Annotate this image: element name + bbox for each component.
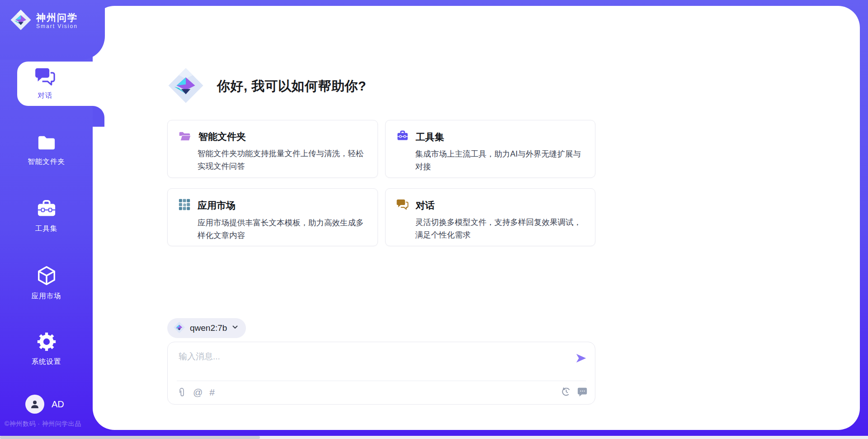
card-title: 应用市场 xyxy=(198,199,236,212)
brand-diamond-icon xyxy=(10,9,32,33)
gear-icon xyxy=(37,332,57,353)
toolbox-icon xyxy=(36,200,57,220)
card-title: 智能文件夹 xyxy=(198,130,246,143)
hash-icon[interactable]: # xyxy=(209,387,215,398)
brand-name: 神州问学 xyxy=(36,12,78,23)
sidebar-item-label: 对话 xyxy=(38,91,53,100)
sidebar-item-label: 应用市场 xyxy=(32,291,61,301)
cube-icon xyxy=(36,265,57,288)
user-chip[interactable]: AD xyxy=(25,395,64,414)
sidebar-item-settings[interactable]: 系统设置 xyxy=(0,332,93,367)
sidebar-item-label: 工具集 xyxy=(35,224,58,234)
sidebar-item-smart-folder[interactable]: 智能文件夹 xyxy=(0,134,93,167)
card-title: 工具集 xyxy=(416,131,444,143)
card-smart-folder[interactable]: 智能文件夹 智能文件夹功能支持批量文件上传与清洗，轻松实现文件问答 xyxy=(167,120,378,178)
folder-icon xyxy=(36,134,57,153)
card-chat[interactable]: 对话 灵活切换多模型文件，支持多样回复效果调试，满足个性化需求 xyxy=(385,188,596,246)
history-icon[interactable] xyxy=(561,387,571,397)
logo-diamond-icon xyxy=(167,67,204,106)
greeting-text: 你好, 我可以如何帮助你? xyxy=(217,77,366,95)
sidebar-footer-text: ©神州数码 · 神州问学出品 xyxy=(5,420,93,428)
card-description: 应用市场提供丰富长文本模板，助力高效生成多样化文章内容 xyxy=(198,216,367,242)
card-toolbox[interactable]: 工具集 集成市场上主流工具，助力AI与外界无缝扩展与对接 xyxy=(385,120,596,178)
folder-open-icon xyxy=(179,130,191,143)
card-description: 智能文件夹功能支持批量文件上传与清洗，轻松实现文件问答 xyxy=(198,147,367,172)
sidebar-item-chat[interactable]: 对话 xyxy=(17,62,108,106)
sidebar-item-label: 智能文件夹 xyxy=(28,157,65,167)
toolbox-icon xyxy=(396,130,409,143)
logo-diamond-icon xyxy=(173,321,185,335)
model-selector[interactable]: qwen2:7b xyxy=(167,318,246,338)
card-app-market[interactable]: 应用市场 应用市场提供丰富长文本模板，助力高效生成多样化文章内容 xyxy=(167,188,378,246)
app-root: 神州问学 Smart Vision 对话 智能文件夹 xyxy=(0,0,868,439)
card-description: 集成市场上主流工具，助力AI与外界无缝扩展与对接 xyxy=(415,148,585,173)
send-icon[interactable] xyxy=(574,351,588,365)
composer: @ # xyxy=(167,342,595,405)
horizontal-scrollbar-thumb[interactable] xyxy=(0,436,260,439)
brand-logo: 神州问学 Smart Vision xyxy=(10,9,78,33)
card-title: 对话 xyxy=(416,199,435,212)
chevron-down-icon xyxy=(231,324,239,333)
message-input[interactable] xyxy=(178,348,559,365)
brand-subtitle: Smart Vision xyxy=(36,23,78,30)
grid-icon xyxy=(179,199,190,212)
chat-icon xyxy=(35,67,56,88)
avatar xyxy=(25,395,44,414)
composer-divider xyxy=(177,381,586,381)
greeting-block: 你好, 我可以如何帮助你? xyxy=(167,67,366,106)
model-name: qwen2:7b xyxy=(190,323,227,333)
at-icon[interactable]: @ xyxy=(193,387,203,398)
feature-cards: 智能文件夹 智能文件夹功能支持批量文件上传与清洗，轻松实现文件问答 工具集 集成… xyxy=(167,120,595,246)
chat-icon xyxy=(396,199,409,212)
sidebar-item-app-market[interactable]: 应用市场 xyxy=(0,265,93,301)
sidebar-item-toolbox[interactable]: 工具集 xyxy=(0,200,93,234)
horizontal-scrollbar xyxy=(0,436,868,439)
comment-icon[interactable] xyxy=(577,387,588,397)
paperclip-icon[interactable] xyxy=(177,387,186,398)
card-description: 灵活切换多模型文件，支持多样回复效果调试，满足个性化需求 xyxy=(415,216,585,241)
user-name: AD xyxy=(52,399,64,410)
sidebar-item-label: 系统设置 xyxy=(32,357,61,367)
